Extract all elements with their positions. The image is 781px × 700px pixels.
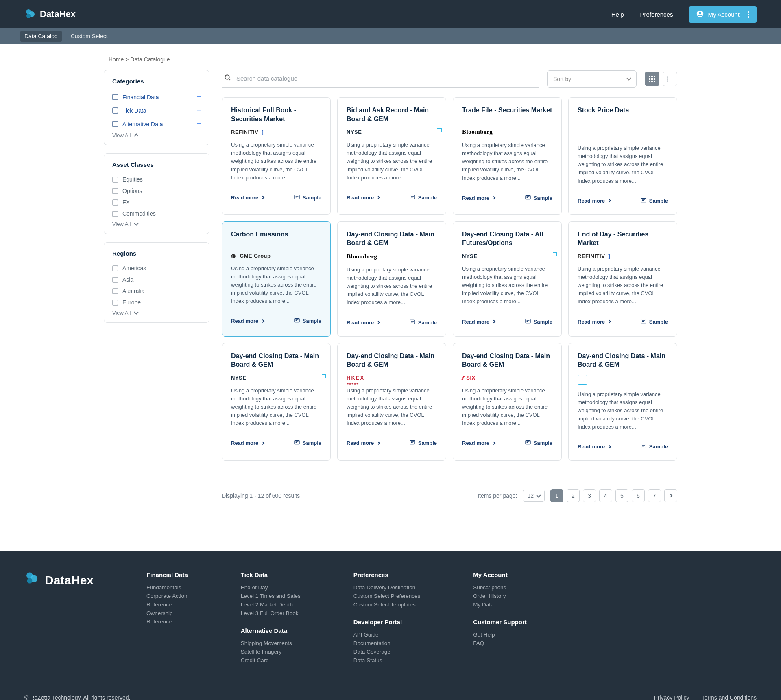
grid-view-button[interactable] xyxy=(645,72,659,86)
region-item[interactable]: Americas xyxy=(112,262,201,274)
read-more-link[interactable]: Read more xyxy=(578,444,611,450)
asset-class-item[interactable]: Equities xyxy=(112,174,201,185)
sample-link[interactable]: Sample xyxy=(525,318,552,326)
footer-link[interactable]: Custom Select Templates xyxy=(353,600,420,609)
region-item[interactable]: Europe xyxy=(112,297,201,308)
footer-link[interactable]: Shipping Movements xyxy=(241,639,301,648)
categories-view-all[interactable]: View All xyxy=(112,131,201,138)
next-page-button[interactable] xyxy=(664,489,677,502)
read-more-link[interactable]: Read more xyxy=(578,319,611,325)
footer-link[interactable]: Level 2 Market Depth xyxy=(241,600,301,609)
page-button[interactable]: 4 xyxy=(599,489,612,502)
sort-select[interactable]: Sort by: xyxy=(547,70,637,88)
footer-link[interactable]: Reference xyxy=(146,617,188,626)
nav-help[interactable]: Help xyxy=(611,11,624,18)
category-item[interactable]: Financial Data+ xyxy=(112,90,201,104)
dataset-card[interactable]: Carbon Emissions CME Group Using a propr… xyxy=(222,221,331,337)
search-box[interactable] xyxy=(222,70,539,88)
footer-link[interactable]: Subscriptions xyxy=(473,583,527,592)
tab-data-catalog[interactable]: Data Catalog xyxy=(20,31,62,42)
list-view-button[interactable] xyxy=(663,72,677,86)
my-account-button[interactable]: My Account xyxy=(689,6,757,23)
footer-link[interactable]: Order History xyxy=(473,592,527,600)
per-page-select[interactable]: 12 xyxy=(523,490,545,502)
read-more-link[interactable]: Read more xyxy=(462,319,495,325)
sample-link[interactable]: Sample xyxy=(294,194,321,201)
regions-view-all[interactable]: View All xyxy=(112,308,201,316)
category-item[interactable]: Alternative Data+ xyxy=(112,117,201,131)
page-button[interactable]: 1 xyxy=(550,489,563,502)
read-more-link[interactable]: Read more xyxy=(462,195,495,201)
breadcrumb-home[interactable]: Home xyxy=(109,56,124,63)
dataset-card[interactable]: Stock Price Data Using a proprietary sim… xyxy=(568,97,677,215)
footer-link[interactable]: FAQ xyxy=(473,639,527,648)
sample-link[interactable]: Sample xyxy=(294,439,321,447)
region-item[interactable]: Australia xyxy=(112,285,201,297)
results-summary: Displaying 1 - 12 of 600 results xyxy=(222,492,300,499)
dataset-card[interactable]: Trade File - Securities Market Bloomberg… xyxy=(453,97,562,215)
page-button[interactable]: 6 xyxy=(632,489,645,502)
search-input[interactable] xyxy=(236,74,537,82)
sample-link[interactable]: Sample xyxy=(640,318,668,326)
footer-link[interactable]: Get Help xyxy=(473,630,527,639)
category-item[interactable]: Tick Data+ xyxy=(112,104,201,117)
dataset-card[interactable]: Day-end Closing Data - All Futures/Optio… xyxy=(453,221,562,337)
read-more-link[interactable]: Read more xyxy=(231,195,264,201)
asset-class-item[interactable]: Options xyxy=(112,185,201,197)
read-more-link[interactable]: Read more xyxy=(347,195,380,201)
read-more-link[interactable]: Read more xyxy=(462,440,495,446)
dataset-card[interactable]: End of Day - Securities Market REFINITIV… xyxy=(568,221,677,337)
tab-custom-select[interactable]: Custom Select xyxy=(67,31,112,42)
footer-logo[interactable]: DataHex xyxy=(24,571,94,589)
footer-link[interactable]: Reference xyxy=(146,600,188,609)
dataset-card[interactable]: Day-end Closing Data - Main Board & GEM … xyxy=(337,343,446,461)
footer-link[interactable]: Level 1 Times and Sales xyxy=(241,592,301,600)
footer-link[interactable]: Data Coverage xyxy=(353,648,420,656)
footer-link[interactable]: API Guide xyxy=(353,630,420,639)
read-more-link[interactable]: Read more xyxy=(231,318,264,324)
sample-link[interactable]: Sample xyxy=(294,317,321,325)
dataset-card[interactable]: Day-end Closing Data - Main Board & GEM … xyxy=(337,221,446,337)
dataset-card[interactable]: Historical Full Book - Securities Market… xyxy=(222,97,331,215)
footer-link[interactable]: Credit Card xyxy=(241,656,301,665)
privacy-link[interactable]: Privacy Policy xyxy=(654,694,689,700)
sample-link[interactable]: Sample xyxy=(525,194,552,202)
dataset-card[interactable]: Bid and Ask Record - Main Board & GEM NY… xyxy=(337,97,446,215)
footer-link[interactable]: Satellite Imagery xyxy=(241,648,301,656)
dataset-card[interactable]: Day-end Closing Data - Main Board & GEM … xyxy=(453,343,562,461)
footer-link[interactable]: Custom Select Preferences xyxy=(353,592,420,600)
footer-link[interactable]: My Data xyxy=(473,600,527,609)
read-more-link[interactable]: Read more xyxy=(578,198,611,204)
footer-link[interactable]: Ownership xyxy=(146,609,188,617)
asset-class-item[interactable]: Commodities xyxy=(112,208,201,219)
sample-link[interactable]: Sample xyxy=(409,439,437,447)
asset-class-item[interactable]: FX xyxy=(112,197,201,208)
nav-preferences[interactable]: Preferences xyxy=(640,11,673,18)
sample-link[interactable]: Sample xyxy=(409,319,437,326)
dataset-card[interactable]: Day-end Closing Data - Main Board & GEM … xyxy=(222,343,331,461)
sample-link[interactable]: Sample xyxy=(640,197,668,205)
pagination-row: Displaying 1 - 12 of 600 results Items p… xyxy=(222,489,677,502)
asset-view-all[interactable]: View All xyxy=(112,219,201,227)
footer-link[interactable]: Level 3 Full Order Book xyxy=(241,609,301,617)
page-button[interactable]: 7 xyxy=(648,489,661,502)
footer-link[interactable]: End of Day xyxy=(241,583,301,592)
footer-link[interactable]: Data Status xyxy=(353,656,420,665)
footer-link[interactable]: Documentation xyxy=(353,639,420,648)
logo[interactable]: DataHex xyxy=(24,9,76,20)
read-more-link[interactable]: Read more xyxy=(347,319,380,326)
page-button[interactable]: 5 xyxy=(615,489,628,502)
region-item[interactable]: Asia xyxy=(112,274,201,285)
terms-link[interactable]: Terms and Conditions xyxy=(702,694,757,700)
dataset-card[interactable]: Day-end Closing Data - Main Board & GEM … xyxy=(568,343,677,461)
read-more-link[interactable]: Read more xyxy=(231,440,264,446)
page-button[interactable]: 3 xyxy=(583,489,596,502)
footer-link[interactable]: Data Delivery Destination xyxy=(353,583,420,592)
read-more-link[interactable]: Read more xyxy=(347,440,380,446)
page-button[interactable]: 2 xyxy=(567,489,580,502)
footer-link[interactable]: Corporate Action xyxy=(146,592,188,600)
sample-link[interactable]: Sample xyxy=(409,194,437,201)
footer-link[interactable]: Fundamentals xyxy=(146,583,188,592)
sample-link[interactable]: Sample xyxy=(525,439,552,447)
sample-link[interactable]: Sample xyxy=(640,443,668,451)
